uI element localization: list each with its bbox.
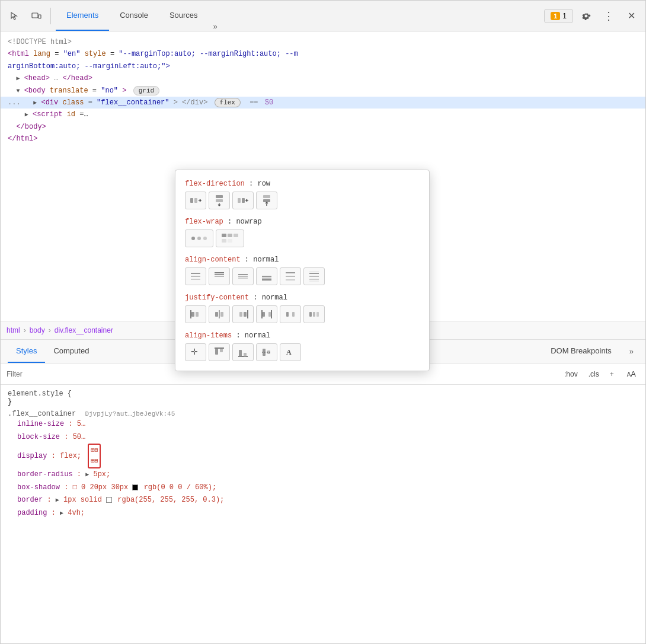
flex-wrap-nowrap-btn[interactable] xyxy=(185,229,213,247)
toolbar-tabs: Elements Console Sources » xyxy=(56,1,542,31)
prop-val-display: flex; xyxy=(60,452,81,460)
align-content-end-btn[interactable] xyxy=(256,267,277,285)
svg-rect-1 xyxy=(39,15,41,18)
svg-rect-9 xyxy=(242,198,245,203)
svg-point-16 xyxy=(203,237,207,240)
prop-name-block-size[interactable]: block-size xyxy=(17,433,60,441)
align-baseline-btn[interactable]: A xyxy=(280,343,301,361)
hov-btn[interactable]: :hov xyxy=(561,369,581,380)
close-btn[interactable]: ✕ xyxy=(622,7,641,25)
eq-sign: == xyxy=(250,98,258,107)
svg-text:A: A xyxy=(286,348,292,356)
align-items-colon: : xyxy=(236,331,244,340)
prop-val-padding: 4vh; xyxy=(68,509,85,517)
justify-end-btn[interactable] xyxy=(232,305,254,323)
style-attr: style xyxy=(85,50,106,58)
flex-dir-row-rev-btn[interactable] xyxy=(232,192,254,209)
cls-btn[interactable]: .cls xyxy=(585,369,603,380)
border-radius-tri[interactable] xyxy=(85,470,89,479)
prop-val-box-shadow2: rgb(0 0 0 / 60%); xyxy=(144,483,216,492)
svg-rect-57 xyxy=(309,312,312,317)
flex-wrap-colon: : xyxy=(228,218,236,226)
more-tabs-btn[interactable]: » xyxy=(209,22,222,31)
justify-evenly-btn[interactable] xyxy=(303,305,325,323)
justify-start-btn[interactable] xyxy=(185,305,206,323)
styles-panel: :hov .cls + AA element.style { } xyxy=(1,364,645,643)
border-tri[interactable] xyxy=(56,496,59,504)
box-shadow-swatch[interactable] xyxy=(132,484,138,490)
tab-dom-breakpoints[interactable]: DOM Breakpoints xyxy=(542,340,620,363)
flex-dir-row-btn[interactable] xyxy=(185,192,206,209)
flex-direction-prop: flex-direction xyxy=(185,180,245,188)
align-center-btn[interactable] xyxy=(256,343,277,361)
prop-val-inline-size: 5… xyxy=(77,420,85,428)
tab-computed[interactable]: Computed xyxy=(45,340,97,363)
svg-rect-43 xyxy=(191,312,194,317)
prop-name-border[interactable]: border xyxy=(17,496,43,504)
breadcrumb-html[interactable]: html xyxy=(7,326,20,334)
font-size-btn[interactable]: AA xyxy=(623,368,639,380)
flex-icon-highlight[interactable]: ⊞⊞⊞⊞ xyxy=(88,444,101,468)
align-content-between-btn[interactable] xyxy=(280,267,301,285)
breadcrumb-div[interactable]: div.flex__container xyxy=(55,326,113,334)
flex-badge[interactable]: flex xyxy=(215,98,241,107)
border-swatch[interactable] xyxy=(106,497,112,503)
svg-rect-63 xyxy=(220,349,223,352)
id-attr: id xyxy=(67,110,75,119)
svg-rect-18 xyxy=(228,234,232,237)
svg-text:✛: ✛ xyxy=(191,347,198,356)
prop-name-inline-size[interactable]: inline-size xyxy=(17,420,64,428)
justify-around-btn[interactable] xyxy=(280,305,301,323)
align-content-start-btn[interactable] xyxy=(209,267,230,285)
align-flex-end-btn[interactable] xyxy=(232,343,254,361)
div-triangle[interactable] xyxy=(33,98,37,107)
prop-name-border-radius[interactable]: border-radius xyxy=(17,470,73,479)
align-content-around-btn[interactable] xyxy=(303,267,325,285)
prop-name-box-shadow[interactable]: box-shadow xyxy=(17,483,60,492)
svg-rect-0 xyxy=(32,13,38,18)
add-style-btn[interactable]: + xyxy=(606,369,618,380)
flex-wrap-wrap-btn[interactable] xyxy=(216,229,244,247)
html-open-tag: <html xyxy=(8,50,29,58)
tab-elements[interactable]: Elements xyxy=(56,1,109,31)
device-toggle-btn[interactable] xyxy=(27,7,46,25)
settings-btn[interactable] xyxy=(577,7,596,25)
styles-more-tabs-btn[interactable]: » xyxy=(625,340,638,363)
svg-rect-49 xyxy=(244,312,247,317)
padding-tri[interactable] xyxy=(60,509,63,517)
tab-styles[interactable]: Styles xyxy=(8,340,45,363)
script-triangle[interactable] xyxy=(25,110,28,119)
body-triangle[interactable] xyxy=(16,87,20,95)
align-stretch-btn[interactable]: ✛ xyxy=(185,343,206,361)
toolbar: Elements Console Sources » 1 1 ⋮ ✕ xyxy=(1,1,645,31)
head-triangle[interactable] xyxy=(16,74,20,82)
justify-between-btn[interactable] xyxy=(256,305,277,323)
translate-attr: translate xyxy=(50,87,88,95)
colon5: : xyxy=(64,483,72,492)
cursor-icon-btn[interactable] xyxy=(5,7,24,25)
tab-sources[interactable]: Sources xyxy=(159,1,209,31)
prop-val-box-shadow: 0 20px 30px xyxy=(81,483,132,492)
issues-badge-btn[interactable]: 1 1 xyxy=(544,9,573,23)
flex-container-selector: .flex__container xyxy=(8,410,76,418)
align-items-prop: align-items xyxy=(185,331,232,340)
align-content-center-btn[interactable] xyxy=(232,267,254,285)
prop-name-padding[interactable]: padding xyxy=(17,509,47,517)
grid-badge[interactable]: grid xyxy=(133,86,159,95)
svg-rect-62 xyxy=(215,349,218,355)
more-options-btn[interactable]: ⋮ xyxy=(599,7,618,25)
justify-center-btn[interactable] xyxy=(209,305,230,323)
selector-text: element.style { xyxy=(8,390,72,398)
svg-rect-2 xyxy=(190,198,193,203)
flex-dir-col-btn[interactable] xyxy=(209,192,230,209)
align-flex-start-btn[interactable] xyxy=(209,343,230,361)
prop-display: display : flex; ⊞⊞⊞⊞ xyxy=(8,444,638,468)
prop-val-block-size: 50… xyxy=(73,433,86,441)
breadcrumb-body[interactable]: body xyxy=(30,326,45,334)
flex-dir-col-rev-btn[interactable] xyxy=(256,192,277,209)
svg-rect-6 xyxy=(216,199,223,202)
tab-console[interactable]: Console xyxy=(109,1,159,31)
align-content-prop: align-content xyxy=(185,256,241,264)
align-content-normal-btn[interactable] xyxy=(185,267,206,285)
prop-name-display[interactable]: display xyxy=(17,452,47,460)
